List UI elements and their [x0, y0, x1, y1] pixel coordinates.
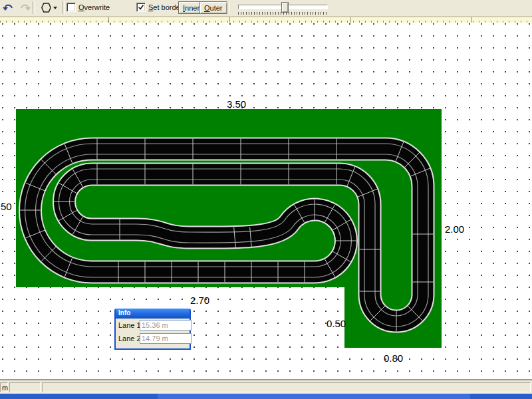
dimension-label: 50 [1, 201, 12, 212]
taskbar-button[interactable] [158, 394, 470, 399]
dimension-label: 0.80 [384, 352, 403, 364]
canvas-bottom-edge [0, 379, 532, 380]
lane1-length-field[interactable]: 15.36 m [140, 320, 192, 331]
info-dialog[interactable]: Info Lane 1: 15.36 m Lane 2: 14.79 m [114, 309, 191, 350]
dimension-label: 2.00 [445, 223, 464, 235]
info-dialog-titlebar[interactable]: Info [116, 309, 190, 319]
status-panel-2 [9, 382, 41, 392]
status-panel-measure: m [0, 382, 8, 392]
status-panel-3 [42, 382, 531, 392]
dimension-label: 2.70 [190, 295, 209, 306]
dimension-label: 0.50 [327, 318, 346, 329]
taskbar-edge[interactable] [0, 394, 532, 399]
lane2-length-field[interactable]: 14.79 m [140, 333, 192, 344]
dimension-label: 3.50 [227, 98, 246, 110]
track-board[interactable] [0, 0, 532, 399]
app-window: Overwrite Set border Inner Outer 3.502.0… [0, 0, 532, 399]
status-bar: m [0, 381, 532, 394]
